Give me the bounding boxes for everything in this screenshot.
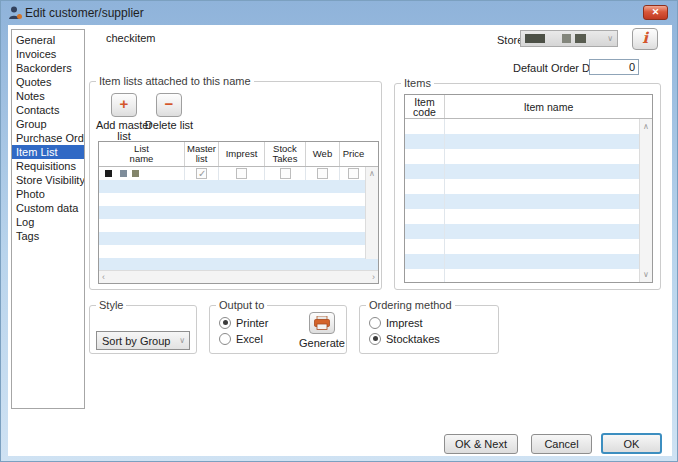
items-table-row [405, 254, 652, 269]
sidebar-item-backorders[interactable]: Backorders [12, 61, 84, 75]
excel-radio-row[interactable]: Excel [219, 331, 263, 346]
column-header-master-list[interactable]: Master list [185, 142, 219, 166]
delete-list-button[interactable]: − [156, 93, 182, 117]
plus-icon: + [120, 95, 129, 112]
add-master-list-button[interactable]: + [111, 93, 137, 117]
generate-label: Generate [297, 337, 347, 349]
sidebar-item-tags[interactable]: Tags [12, 229, 84, 243]
items-table-row [405, 179, 652, 194]
sidebar-item-invoices[interactable]: Invoices [12, 47, 84, 61]
column-header-imprest[interactable]: Imprest [219, 142, 265, 166]
style-group-label: Style [96, 299, 126, 311]
cancel-button[interactable]: Cancel [531, 434, 592, 454]
redacted-list-name-block [132, 170, 139, 177]
items-table-row [405, 164, 652, 179]
items-table-row [405, 224, 652, 239]
column-header-price[interactable]: Price [340, 142, 367, 166]
window-title: Edit customer/supplier [25, 6, 144, 20]
scroll-up-icon[interactable]: ∧ [369, 169, 375, 178]
delete-list-label: Delete list [139, 120, 199, 131]
list-table-row[interactable] [99, 167, 378, 180]
info-button[interactable]: i [632, 28, 658, 50]
items-table-row [405, 239, 652, 254]
column-header-web[interactable]: Web [306, 142, 340, 166]
sidebar-item-general[interactable]: General [12, 33, 84, 47]
items-table-header: Item code Item name [405, 95, 652, 119]
stocktakes-radio[interactable] [369, 333, 381, 345]
item-lists-table-header: List name Master list Imprest Stock Take… [99, 142, 378, 167]
item-lists-table: List name Master list Imprest Stock Take… [98, 141, 379, 284]
column-header-list-name[interactable]: List name [99, 142, 185, 166]
ok-next-button[interactable]: OK & Next [444, 434, 518, 454]
printer-radio-label: Printer [236, 317, 268, 329]
column-header-item-code[interactable]: Item code [405, 95, 445, 118]
item-lists-group-label: Item lists attached to this name [96, 75, 254, 87]
horizontal-scrollbar[interactable]: ‹ › [99, 270, 378, 283]
vertical-scrollbar[interactable]: ∧ ∨ [639, 119, 652, 282]
generate-button[interactable] [309, 312, 335, 334]
sidebar-item-photo[interactable]: Photo [12, 187, 84, 201]
scroll-down-icon[interactable]: ∨ [643, 270, 649, 279]
default-order-days-input[interactable]: 0 [589, 59, 639, 75]
master-list-checkbox[interactable] [196, 168, 207, 179]
web-checkbox[interactable] [317, 168, 328, 179]
list-table-row [99, 180, 378, 193]
sort-dropdown[interactable]: Sort by Group ∨ [96, 331, 190, 350]
output-group-label: Output to [216, 299, 267, 311]
list-table-row [99, 193, 378, 206]
sidebar-item-group[interactable]: Group [12, 117, 84, 131]
list-table-row [99, 245, 378, 258]
ok-button[interactable]: OK [601, 433, 662, 454]
scroll-left-icon[interactable]: ‹ [102, 272, 105, 282]
stocktakes-radio-row[interactable]: Stocktakes [369, 331, 440, 346]
sidebar-item-custom-data[interactable]: Custom data [12, 201, 84, 215]
list-table-row [99, 206, 378, 219]
items-table-row [405, 134, 652, 149]
scroll-up-icon[interactable]: ∧ [643, 122, 649, 131]
store-redacted-block [562, 34, 571, 43]
items-table-row [405, 119, 652, 134]
sort-dropdown-value: Sort by Group [102, 335, 170, 347]
sidebar-item-contacts[interactable]: Contacts [12, 103, 84, 117]
items-table-row [405, 149, 652, 164]
chevron-down-icon: ∨ [179, 336, 185, 345]
imprest-radio-row[interactable]: Imprest [369, 315, 423, 330]
stock-takes-checkbox[interactable] [280, 168, 291, 179]
sidebar-item-log[interactable]: Log [12, 215, 84, 229]
list-table-row [99, 232, 378, 245]
excel-radio[interactable] [219, 333, 231, 345]
app-icon [7, 5, 23, 21]
items-table: Item code Item name ∧ ∨ [404, 94, 653, 283]
close-icon[interactable]: ✕ [643, 5, 668, 20]
sidebar-item-notes[interactable]: Notes [12, 89, 84, 103]
sidebar-item-store-visibility[interactable]: Store Visibility [12, 173, 84, 187]
price-checkbox[interactable] [348, 168, 359, 179]
sidebar: General Invoices Backorders Quotes Notes… [11, 29, 85, 409]
title-bar: Edit customer/supplier ✕ [1, 1, 677, 25]
customer-name-value: checkitem [106, 32, 156, 44]
store-dropdown[interactable]: ∨ [520, 30, 618, 47]
sidebar-item-requisitions[interactable]: Requisitions [12, 159, 84, 173]
items-table-row [405, 194, 652, 209]
redacted-list-name-block [120, 170, 127, 177]
vertical-scrollbar[interactable]: ∧ [365, 167, 378, 259]
sidebar-item-quotes[interactable]: Quotes [12, 75, 84, 89]
printer-radio[interactable] [219, 317, 231, 329]
scroll-right-icon[interactable]: › [372, 272, 375, 282]
imprest-radio[interactable] [369, 317, 381, 329]
column-header-stock-takes[interactable]: Stock Takes [265, 142, 306, 166]
items-table-row [405, 209, 652, 224]
list-table-row [99, 219, 378, 232]
stocktakes-radio-label: Stocktakes [386, 333, 440, 345]
info-icon: i [642, 29, 648, 47]
chevron-down-icon: ∨ [607, 34, 613, 43]
excel-radio-label: Excel [236, 333, 263, 345]
column-header-item-name[interactable]: Item name [445, 95, 652, 118]
sidebar-item-purchase-orders[interactable]: Purchase Orders [12, 131, 84, 145]
items-table-row [405, 269, 652, 283]
printer-icon [314, 316, 330, 330]
imprest-checkbox[interactable] [236, 168, 247, 179]
sidebar-item-item-list[interactable]: Item List [12, 145, 84, 159]
printer-radio-row[interactable]: Printer [219, 315, 268, 330]
store-redacted-block [575, 34, 586, 43]
